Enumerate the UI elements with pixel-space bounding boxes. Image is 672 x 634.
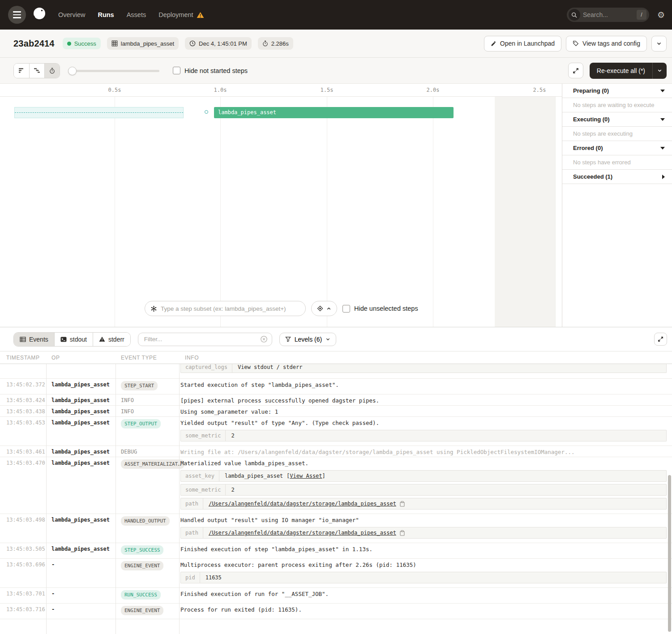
apply-selection-button[interactable] xyxy=(311,301,337,316)
log-row[interactable]: 13:45:03.424lambda_pipes_assetINFO[pipes… xyxy=(0,394,672,406)
metadata-path-link[interactable]: /Users/alangenfeld/data/dagster/storage/… xyxy=(209,501,396,507)
view-mode-timed-button[interactable] xyxy=(44,64,60,78)
expand-icon xyxy=(657,336,664,343)
log-info-text: Multiprocess executor: parent process ex… xyxy=(180,559,667,568)
log-row[interactable]: 13:45:03.716-ENGINE_EVENTProcess for run… xyxy=(0,604,672,619)
zoom-slider[interactable] xyxy=(68,64,159,78)
log-event-type: INFO xyxy=(116,406,179,416)
reexecute-split-button: Re-execute all (*) xyxy=(590,63,667,79)
log-row[interactable]: 13:45:03.701-RUN_SUCCESSFinished executi… xyxy=(0,588,672,604)
log-row[interactable]: 13:45:03.498lambda_pipes_assetHANDLED_OU… xyxy=(0,514,672,543)
gantt-toolbar-right: Re-execute all (*) xyxy=(568,63,667,79)
sidebar-section-executing[interactable]: Executing (0) xyxy=(562,112,672,127)
gantt-step-bar[interactable]: lambda_pipes_asset xyxy=(214,107,454,118)
nav-item-runs[interactable]: Runs xyxy=(98,11,114,18)
nav-item-overview[interactable]: Overview xyxy=(58,11,85,18)
stopwatch-icon xyxy=(49,68,55,74)
levels-label: Levels (6) xyxy=(295,336,322,343)
log-timestamp: 13:45:03.498 xyxy=(0,514,46,543)
metadata-label: some_metric xyxy=(181,430,226,441)
view-tags-config-button[interactable]: View tags and config xyxy=(566,36,647,51)
metadata-value-text[interactable]: View stdout / stderr xyxy=(238,364,303,370)
gear-icon[interactable]: ⚙ xyxy=(657,11,665,19)
status-badge: Success xyxy=(63,38,101,49)
open-in-launchpad-button[interactable]: Open in Launchpad xyxy=(484,36,561,51)
view-mode-waterfall-button[interactable] xyxy=(29,64,44,78)
job-chip-label: lambda_pipes_asset xyxy=(121,40,174,47)
view-mode-flat-button[interactable] xyxy=(14,64,29,78)
col-op: OP xyxy=(51,355,60,361)
hide-unselected-checkbox[interactable] xyxy=(342,305,350,313)
metadata-path-link[interactable]: /Users/alangenfeld/data/dagster/storage/… xyxy=(209,530,396,536)
overtime-band xyxy=(495,97,555,327)
log-row[interactable]: 13:45:03.696-ENGINE_EVENTMultiprocess ex… xyxy=(0,559,672,588)
run-id: 23ab2414 xyxy=(13,39,55,49)
dagster-logo[interactable] xyxy=(30,5,49,25)
metadata-entry: path/Users/alangenfeld/data/dagster/stor… xyxy=(180,527,667,539)
run-header-more-button[interactable] xyxy=(651,36,667,51)
log-rows: captured_logsView stdout / stderr13:45:0… xyxy=(0,364,672,634)
step-subset-input[interactable] xyxy=(161,305,300,312)
log-row[interactable]: 13:45:03.461lambda_pipes_assetDEBUGWriti… xyxy=(0,446,672,457)
hide-not-started-label: Hide not started steps xyxy=(184,67,248,74)
events-expand-button[interactable] xyxy=(654,333,667,346)
nav-item-assets[interactable]: Assets xyxy=(127,11,146,18)
event-type-badge: ASSET_MATERIALIZAT… xyxy=(121,459,184,469)
log-event-type: ENGINE_EVENT xyxy=(116,559,179,587)
gantt-expand-button[interactable] xyxy=(568,63,583,78)
log-info: Yielded output "result" of type "Any". (… xyxy=(179,417,672,446)
zoom-slider-thumb[interactable] xyxy=(68,67,77,75)
tab-stderr[interactable]: stderr xyxy=(93,333,130,346)
nav-item-deployment[interactable]: Deployment xyxy=(158,11,204,18)
view-asset-link[interactable]: View Asset xyxy=(290,473,322,479)
events-scrollbar[interactable] xyxy=(668,475,671,632)
log-filter-input[interactable] xyxy=(144,336,260,343)
nav-item-label: Overview xyxy=(58,11,85,18)
metadata-label: some_metric xyxy=(181,484,226,495)
tab-label: stderr xyxy=(108,336,124,343)
copy-icon[interactable] xyxy=(400,501,405,507)
view-asset-bracket: [View Asset] xyxy=(287,473,325,479)
log-row[interactable]: 13:45:03.470lambda_pipes_assetASSET_MATE… xyxy=(0,457,672,514)
log-timestamp: 13:45:03.696 xyxy=(0,559,46,587)
copy-icon[interactable] xyxy=(400,530,405,536)
global-search[interactable]: / xyxy=(567,8,649,22)
log-row[interactable] xyxy=(0,619,672,634)
sidebar-section-succeeded[interactable]: Succeeded (1) xyxy=(562,170,672,184)
log-row[interactable]: captured_logsView stdout / stderr xyxy=(0,364,672,379)
event-type-badge: HANDLED_OUTPUT xyxy=(121,516,170,526)
levels-dropdown-button[interactable]: Levels (6) xyxy=(279,333,336,346)
sidebar-section-title: Preparing (0) xyxy=(573,87,609,94)
log-row[interactable]: 13:45:03.438lambda_pipes_assetINFOUsing … xyxy=(0,406,672,417)
log-row[interactable]: 13:45:02.372lambda_pipes_assetSTEP_START… xyxy=(0,379,672,394)
hide-unselected-control: Hide unselected steps xyxy=(342,305,418,313)
log-tabs: Eventsstdoutstderr xyxy=(13,332,131,347)
log-row[interactable]: 13:45:03.453lambda_pipes_assetSTEP_OUTPU… xyxy=(0,417,672,446)
tab-events[interactable]: Events xyxy=(14,333,54,346)
reexecute-all-button[interactable]: Re-execute all (*) xyxy=(590,63,652,79)
flat-view-icon xyxy=(18,68,25,73)
log-op: lambda_pipes_asset xyxy=(46,379,116,394)
gantt-toolbar: Hide not started steps Re-execute all (*… xyxy=(0,58,672,83)
terminal-icon xyxy=(60,337,67,342)
tab-stdout[interactable]: stdout xyxy=(54,333,93,346)
sidebar-section-preparing[interactable]: Preparing (0) xyxy=(562,84,672,98)
reexecute-dropdown-button[interactable] xyxy=(652,63,667,79)
topnav-right: / ⚙ xyxy=(567,8,665,22)
hide-not-started-checkbox[interactable] xyxy=(173,67,180,74)
log-row[interactable]: 13:45:03.505lambda_pipes_assetSTEP_SUCCE… xyxy=(0,543,672,559)
gridline xyxy=(433,97,433,327)
log-info-text: Writing file at: /Users/alangenfeld/data… xyxy=(180,446,667,455)
clear-filter-icon[interactable] xyxy=(260,335,268,343)
sidebar-section-errored[interactable]: Errored (0) xyxy=(562,141,672,155)
chevron-down-icon xyxy=(325,337,330,342)
job-chip[interactable]: lambda_pipes_asset xyxy=(107,37,179,50)
expand-triangle-icon xyxy=(662,175,665,179)
metadata-entry: pid11635 xyxy=(180,572,667,583)
zoom-slider-track[interactable] xyxy=(68,70,159,72)
timeline-tick-label: 2.0s xyxy=(427,87,440,93)
search-input[interactable] xyxy=(580,11,637,18)
hamburger-menu-button[interactable] xyxy=(8,6,26,24)
log-op: - xyxy=(46,588,116,603)
gantt-body: 0.5s1.0s1.5s2.0s2.5s lambda_pipes_asset xyxy=(0,83,672,327)
